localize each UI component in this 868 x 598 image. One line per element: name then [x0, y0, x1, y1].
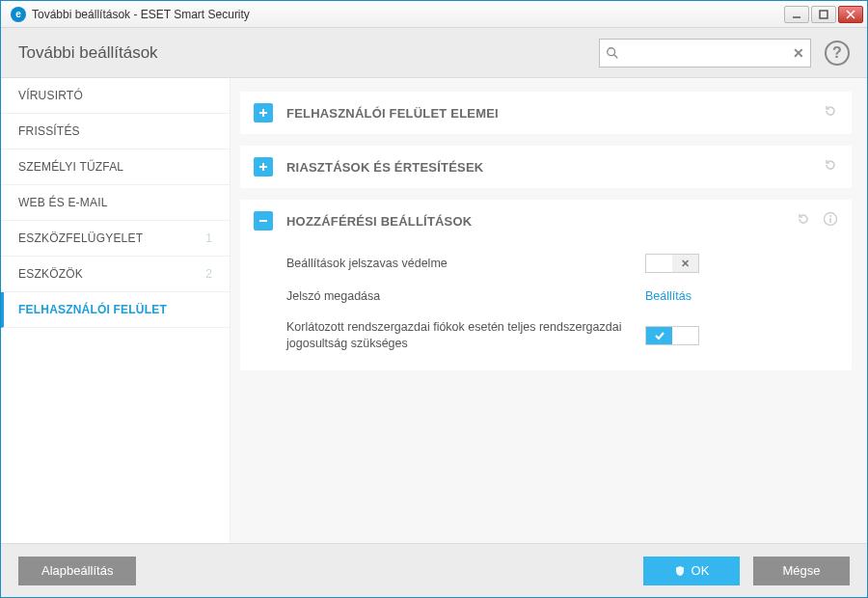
panel-header[interactable]: HOZZÁFÉRÉSI BEÁLLÍTÁSOK	[240, 200, 852, 242]
default-button[interactable]: Alapbeállítás	[18, 557, 136, 585]
sidebar-item-antivirus[interactable]: VÍRUSIRTÓ	[1, 78, 230, 114]
search-input[interactable]	[625, 45, 787, 60]
row-set-password: Jelszó megadása Beállítás	[286, 281, 838, 312]
footer: Alapbeállítás OK Mégse	[1, 543, 867, 597]
svg-point-4	[608, 47, 615, 55]
reset-icon[interactable]	[823, 103, 838, 122]
sidebar-item-update[interactable]: FRISSÍTÉS	[1, 114, 230, 150]
sidebar-item-label: ESZKÖZÖK	[18, 267, 83, 281]
ok-button[interactable]: OK	[643, 557, 740, 585]
svg-line-5	[614, 54, 618, 58]
page-title: További beállítások	[18, 43, 158, 63]
panel-header[interactable]: RIASZTÁSOK ÉS ÉRTESÍTÉSEK	[240, 146, 852, 188]
cancel-button[interactable]: Mégse	[753, 557, 850, 585]
expand-icon	[254, 157, 273, 177]
panel-header[interactable]: FELHASZNÁLÓI FELÜLET ELEMEI	[240, 92, 852, 134]
search-icon	[606, 46, 619, 60]
panel-access: HOZZÁFÉRÉSI BEÁLLÍTÁSOK Beállítások jels…	[240, 200, 852, 370]
sidebar-item-label: VÍRUSIRTÓ	[18, 89, 83, 102]
header: További beállítások ✕ ?	[1, 28, 867, 78]
sidebar-item-ui[interactable]: FELHASZNÁLÓI FELÜLET	[1, 292, 230, 328]
row-label: Korlátozott rendszergazdai fiókok esetén…	[286, 319, 645, 351]
set-password-link[interactable]: Beállítás	[645, 289, 692, 303]
minimize-button[interactable]	[784, 6, 809, 23]
sidebar-item-tools[interactable]: ESZKÖZÖK2	[1, 257, 230, 292]
switch-password-protect[interactable]	[645, 254, 699, 273]
sidebar-item-label: ESZKÖZFELÜGYELET	[18, 231, 143, 245]
expand-icon	[254, 103, 273, 122]
sidebar-item-firewall[interactable]: SZEMÉLYI TŰZFAL	[1, 150, 230, 185]
app-icon: e	[11, 7, 26, 22]
panel-ui-elements: FELHASZNÁLÓI FELÜLET ELEMEI	[240, 92, 852, 134]
body: VÍRUSIRTÓ FRISSÍTÉS SZEMÉLYI TŰZFAL WEB …	[1, 78, 867, 543]
row-label: Beállítások jelszavas védelme	[286, 256, 645, 271]
badge: 1	[205, 231, 212, 245]
row-password-protect: Beállítások jelszavas védelme	[286, 246, 838, 281]
titlebar: e További beállítások - ESET Smart Secur…	[1, 1, 867, 28]
panel-title: FELHASZNÁLÓI FELÜLET ELEMEI	[286, 106, 823, 121]
svg-rect-1	[820, 11, 827, 18]
reset-icon[interactable]	[796, 211, 811, 231]
sidebar-item-web-email[interactable]: WEB ÉS E-MAIL	[1, 185, 230, 221]
reset-icon[interactable]	[823, 157, 838, 177]
panel-title: RIASZTÁSOK ÉS ÉRTESÍTÉSEK	[286, 160, 823, 175]
window: e További beállítások - ESET Smart Secur…	[0, 0, 868, 598]
row-label: Jelszó megadása	[286, 288, 645, 304]
content: FELHASZNÁLÓI FELÜLET ELEMEI RIASZTÁSOK É…	[231, 78, 867, 543]
sidebar-item-label: SZEMÉLYI TŰZFAL	[18, 160, 123, 174]
clear-search-icon[interactable]: ✕	[793, 45, 804, 61]
sidebar-item-label: FELHASZNÁLÓI FELÜLET	[18, 303, 167, 316]
sidebar-item-label: WEB ÉS E-MAIL	[18, 196, 108, 209]
badge: 2	[205, 267, 212, 281]
sidebar-item-device-control[interactable]: ESZKÖZFELÜGYELET1	[1, 221, 230, 257]
panel-alerts: RIASZTÁSOK ÉS ÉRTESÍTÉSEK	[240, 146, 852, 188]
help-button[interactable]: ?	[825, 41, 850, 66]
info-icon[interactable]	[823, 211, 838, 231]
sidebar-item-label: FRISSÍTÉS	[18, 124, 80, 138]
collapse-icon	[254, 211, 273, 231]
close-button[interactable]	[838, 6, 863, 23]
shield-icon	[674, 565, 686, 577]
search-box[interactable]: ✕	[599, 39, 811, 68]
sidebar: VÍRUSIRTÓ FRISSÍTÉS SZEMÉLYI TŰZFAL WEB …	[1, 78, 231, 543]
maximize-button[interactable]	[811, 6, 836, 23]
svg-point-12	[829, 215, 831, 217]
switch-admin-required[interactable]	[645, 326, 699, 345]
window-title: További beállítások - ESET Smart Securit…	[32, 8, 250, 21]
row-admin-required: Korlátozott rendszergazdai fiókok esetén…	[286, 312, 838, 359]
panel-body: Beállítások jelszavas védelme Jelszó meg…	[240, 242, 852, 370]
panel-title: HOZZÁFÉRÉSI BEÁLLÍTÁSOK	[286, 214, 796, 229]
